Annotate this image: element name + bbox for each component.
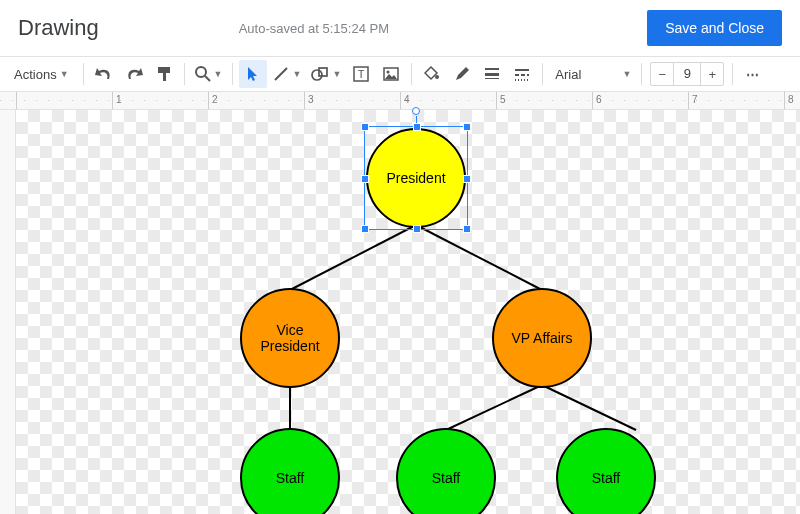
zoom-menu[interactable]: ▼ — [191, 60, 227, 88]
vertical-ruler — [0, 110, 16, 514]
redo-icon — [125, 67, 143, 81]
font-size-value[interactable]: 9 — [673, 63, 701, 85]
node-vice-president[interactable]: Vice President — [240, 288, 340, 388]
node-label: Staff — [268, 470, 313, 486]
svg-line-4 — [275, 68, 287, 80]
select-tool[interactable] — [239, 60, 267, 88]
font-family-select[interactable]: Arial ▼ — [549, 60, 635, 88]
svg-rect-12 — [485, 68, 499, 70]
cursor-icon — [246, 66, 260, 82]
ruler-tick: 4 — [400, 92, 410, 109]
svg-line-22 — [542, 385, 636, 430]
caret-down-icon: ▼ — [60, 69, 69, 79]
paint-format-button[interactable] — [150, 60, 178, 88]
ruler-tick: 3 — [304, 92, 314, 109]
border-color-button[interactable] — [448, 60, 476, 88]
svg-rect-13 — [485, 73, 499, 76]
node-president[interactable]: President — [366, 128, 466, 228]
fill-bucket-icon — [424, 66, 440, 82]
header-bar: Drawing Auto-saved at 5:15:24 PM Save an… — [0, 0, 800, 56]
drawing-canvas[interactable]: President Vice President VP Affairs Staf… — [0, 110, 800, 514]
font-size-stepper[interactable]: − 9 + — [650, 62, 724, 86]
svg-rect-1 — [163, 73, 166, 81]
ruler-tick: 7 — [688, 92, 698, 109]
textbox-icon: T — [353, 66, 369, 82]
font-size-increase[interactable]: + — [701, 67, 723, 82]
caret-down-icon: ▼ — [332, 69, 341, 79]
fill-color-button[interactable] — [418, 60, 446, 88]
paint-roller-icon — [156, 66, 172, 82]
more-options-button[interactable]: ⋯ — [739, 60, 767, 88]
node-vp-affairs[interactable]: VP Affairs — [492, 288, 592, 388]
ruler-tick: 1 — [112, 92, 122, 109]
save-and-close-button[interactable]: Save and Close — [647, 10, 782, 46]
line-icon — [273, 66, 289, 82]
border-dash-icon — [514, 67, 530, 81]
shape-icon — [311, 66, 329, 82]
node-label: VP Affairs — [504, 330, 581, 346]
pencil-icon — [454, 66, 470, 82]
autosave-status: Auto-saved at 5:15:24 PM — [239, 21, 389, 36]
ruler-tick: 6 — [592, 92, 602, 109]
caret-down-icon: ▼ — [214, 69, 223, 79]
app-title: Drawing — [18, 15, 99, 41]
svg-text:T: T — [358, 68, 365, 80]
toolbar: Actions▼ ▼ ▼ ▼ T Arial ▼ — [0, 56, 800, 92]
node-label: Vice President — [242, 322, 338, 354]
more-horizontal-icon: ⋯ — [746, 67, 761, 82]
textbox-tool[interactable]: T — [347, 60, 375, 88]
svg-point-11 — [435, 75, 439, 79]
svg-line-21 — [446, 385, 542, 430]
actions-label: Actions — [14, 67, 57, 82]
horizontal-ruler: 1 2 3 4 5 6 7 8 — [0, 92, 800, 110]
caret-down-icon: ▼ — [292, 69, 301, 79]
image-icon — [383, 66, 399, 82]
ruler-tick: 2 — [208, 92, 218, 109]
caret-down-icon: ▼ — [622, 69, 631, 79]
redo-button[interactable] — [120, 60, 148, 88]
svg-line-3 — [205, 76, 210, 81]
svg-rect-0 — [158, 67, 170, 73]
node-label: Staff — [424, 470, 469, 486]
node-label: President — [378, 170, 453, 186]
svg-point-10 — [387, 71, 390, 74]
ruler-tick: 8 — [784, 92, 794, 109]
zoom-icon — [195, 66, 211, 82]
node-label: Staff — [584, 470, 629, 486]
actions-menu[interactable]: Actions▼ — [6, 60, 77, 88]
shape-tool[interactable]: ▼ — [307, 60, 345, 88]
svg-line-18 — [290, 225, 416, 290]
svg-point-2 — [196, 67, 206, 77]
svg-line-19 — [416, 225, 542, 290]
line-tool[interactable]: ▼ — [269, 60, 305, 88]
font-size-decrease[interactable]: − — [651, 67, 673, 82]
border-weight-icon — [484, 67, 500, 81]
ruler-tick: 5 — [496, 92, 506, 109]
svg-rect-14 — [485, 78, 499, 79]
border-weight-button[interactable] — [478, 60, 506, 88]
undo-button[interactable] — [90, 60, 118, 88]
svg-point-5 — [312, 70, 322, 80]
image-tool[interactable] — [377, 60, 405, 88]
font-family-label: Arial — [555, 67, 581, 82]
border-dash-button[interactable] — [508, 60, 536, 88]
undo-icon — [95, 67, 113, 81]
